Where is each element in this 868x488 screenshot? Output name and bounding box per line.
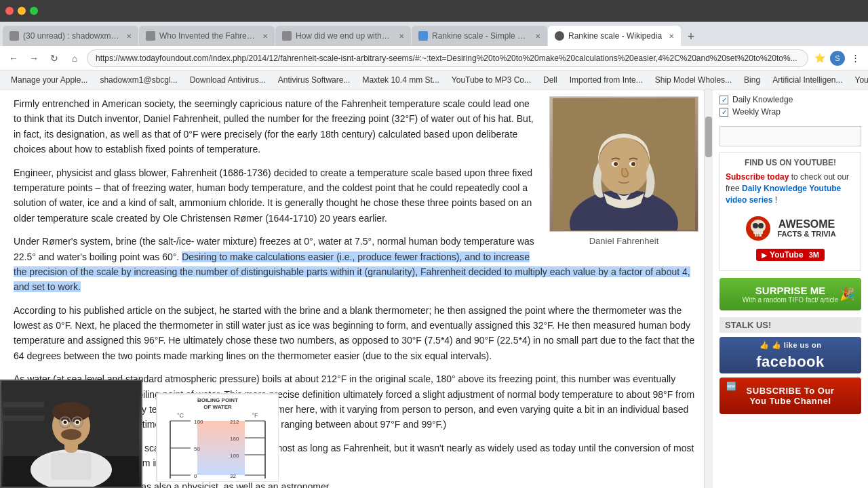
- find-youtube-title: FIND US ON YOUTUBE!: [726, 158, 855, 167]
- bookmark-2[interactable]: shadowxm1@sbcgl...: [94, 74, 182, 86]
- promo-text2: !: [775, 195, 777, 205]
- svg-text:BOILING POINT: BOILING POINT: [197, 397, 238, 403]
- temperature-chart: BOILING POINT OF WATER °C °F 100 50 0: [156, 393, 278, 481]
- settings-icon[interactable]: ⋮: [848, 51, 863, 66]
- surprise-me-button[interactable]: SURPRISE ME With a random TIFO fact/ art…: [719, 278, 861, 310]
- profile-icon[interactable]: S: [830, 51, 845, 66]
- tab-2[interactable]: Who Invented the Fahrenheit an... ✕: [139, 26, 275, 46]
- forward-button[interactable]: →: [26, 50, 42, 66]
- youtube-subscribe-button[interactable]: 🆕 SUBSCRIBE To Our You Tube Channel: [719, 378, 861, 414]
- bookmark-8[interactable]: Imported from Inte...: [564, 74, 648, 86]
- bookmark-12[interactable]: YouTube: [850, 74, 868, 86]
- checkbox-weekly-label: Weekly Wrap: [732, 107, 781, 117]
- svg-text:°C: °C: [177, 412, 184, 419]
- youtube-play-icon: ▶: [762, 251, 767, 259]
- facebook-like-text: 👍 👍 LIKE Us On: [760, 341, 822, 350]
- checkbox-weekly-icon[interactable]: ✓: [719, 108, 728, 117]
- toolbar-icons: ⭐ S ⋮: [812, 51, 863, 66]
- tab-4-close[interactable]: ✕: [535, 33, 540, 40]
- browser-window: (30 unread) : shadowxm1@sbc... ✕ Who Inv…: [0, 0, 868, 488]
- bookmark-5[interactable]: Maxtek 10.4 mm St...: [357, 74, 444, 86]
- tab-2-close[interactable]: ✕: [262, 33, 268, 40]
- close-window-button[interactable]: [5, 7, 14, 15]
- tab-4-favicon: [418, 31, 428, 41]
- extensions-icon[interactable]: ⭐: [812, 51, 827, 66]
- tab-1[interactable]: (30 unread) : shadowxm1@sbc... ✕: [3, 26, 138, 46]
- tab-5[interactable]: Rankine scale - Wikipedia ✕: [548, 26, 681, 46]
- bookmark-11[interactable]: Artificial Intelligen...: [767, 74, 848, 86]
- checkbox-daily-knowledge[interactable]: ✓ Daily Knowledge: [719, 95, 861, 104]
- sidebar: ✓ Daily Knowledge ✓ Weekly Wrap FIND US …: [712, 89, 868, 488]
- bookmark-7[interactable]: Dell: [538, 74, 563, 86]
- scrollbar-thumb[interactable]: [705, 117, 712, 157]
- subscribe-link[interactable]: Subscribe today: [726, 172, 789, 182]
- subscriber-count: 3M: [809, 251, 819, 259]
- email-input[interactable]: [719, 126, 861, 146]
- address-bar[interactable]: https://www.todayfoundout.com/index.php/…: [87, 49, 808, 67]
- tab-4-label: Rankine scale - Simple English W...: [432, 31, 528, 41]
- svg-text:°F: °F: [252, 412, 258, 419]
- video-overlay[interactable]: [0, 380, 142, 488]
- main-article: Daniel Fahrenheit Firmly entrenched in A…: [0, 89, 712, 488]
- paragraph-4: According to his published article on th…: [14, 303, 698, 364]
- svg-rect-47: [197, 421, 245, 475]
- checkbox-weekly-wrap[interactable]: ✓ Weekly Wrap: [719, 107, 861, 117]
- tab-1-close[interactable]: ✕: [126, 33, 132, 40]
- youtube-badge[interactable]: ▶ YouTube 3M: [756, 249, 825, 261]
- reload-button[interactable]: ↻: [46, 50, 62, 66]
- youtube-badge-container[interactable]: ▶ YouTube 3M: [726, 246, 855, 261]
- svg-point-22: [76, 420, 79, 424]
- portrait-image: [549, 96, 698, 232]
- stalk-us-title: STALK US!: [719, 317, 861, 333]
- find-youtube-section: FIND US ON YOUTUBE! Subscribe today to c…: [719, 152, 861, 271]
- skull-logo-icon: [745, 215, 772, 242]
- bookmark-3[interactable]: Download Antivirus...: [184, 74, 271, 86]
- bookmarks-bar: Manage your Apple... shadowxm1@sbcgl... …: [0, 70, 868, 89]
- svg-rect-14: [51, 453, 92, 480]
- daily-knowledge-link[interactable]: Daily Knowledge Youtube video series: [726, 184, 841, 205]
- tab-3-label: How did we end up with both F...: [296, 31, 392, 41]
- svg-rect-55: [753, 231, 763, 234]
- figure-caption: Daniel Fahrenheit: [549, 235, 698, 249]
- bookmark-9[interactable]: Ship Model Wholes...: [650, 74, 737, 86]
- tab-4[interactable]: Rankine scale - Simple English W... ✕: [412, 26, 547, 46]
- tab-2-favicon: [146, 31, 155, 41]
- facebook-button[interactable]: 👍 👍 LIKE Us On facebook: [719, 337, 861, 373]
- back-button[interactable]: ←: [5, 50, 22, 66]
- awesome-facts-text: AWESOME FACTS & TRIVIA: [777, 219, 835, 238]
- awesome-facts-box: AWESOME FACTS & TRIVIA ▶ YouTube 3M: [726, 211, 855, 265]
- svg-point-8: [631, 162, 635, 166]
- svg-rect-12: [3, 415, 44, 421]
- tab-5-close[interactable]: ✕: [669, 33, 674, 40]
- title-bar: [0, 0, 868, 22]
- svg-text:0: 0: [194, 473, 197, 479]
- svg-point-50: [753, 223, 758, 228]
- maximize-window-button[interactable]: [30, 7, 38, 15]
- minimize-window-button[interactable]: [18, 7, 26, 15]
- bookmark-10[interactable]: Bing: [738, 74, 766, 86]
- home-button[interactable]: ⌂: [66, 50, 83, 66]
- address-bar-row: ← → ↻ ⌂ https://www.todayfoundout.com/in…: [0, 46, 868, 70]
- svg-point-7: [614, 162, 618, 166]
- svg-point-51: [758, 223, 764, 228]
- bookmark-6[interactable]: YouTube to MP3 Co...: [446, 74, 536, 86]
- article-figure: Daniel Fahrenheit: [549, 96, 698, 249]
- youtube-badge-label: YouTube: [770, 250, 804, 260]
- newsletter-section: ✓ Daily Knowledge ✓ Weekly Wrap: [719, 89, 861, 117]
- svg-point-17: [52, 402, 90, 422]
- tab-5-favicon: [555, 31, 564, 41]
- tab-3[interactable]: How did we end up with both F... ✕: [275, 26, 411, 46]
- bookmark-4[interactable]: Antivirus Software...: [273, 74, 356, 86]
- facebook-main-text: facebook: [756, 353, 825, 371]
- new-tab-button[interactable]: +: [682, 27, 701, 46]
- tab-1-label: (30 unread) : shadowxm1@sbc...: [23, 31, 119, 41]
- bookmark-1[interactable]: Manage your Apple...: [5, 74, 93, 86]
- tab-3-favicon: [282, 31, 292, 41]
- thumbs-up-icon: 👍: [760, 341, 770, 349]
- tab-3-close[interactable]: ✕: [399, 33, 404, 40]
- vertical-scrollbar[interactable]: [704, 89, 712, 488]
- svg-point-18: [61, 429, 81, 440]
- video-person: [1, 381, 141, 487]
- stalk-us-section: STALK US! 👍 👍 LIKE Us On facebook 🆕 SUBS…: [719, 317, 861, 414]
- checkbox-daily-icon[interactable]: ✓: [719, 96, 728, 104]
